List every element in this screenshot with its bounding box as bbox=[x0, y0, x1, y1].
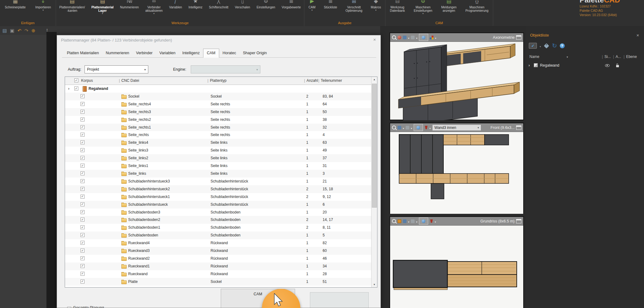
column-name[interactable]: Name bbox=[529, 55, 539, 59]
table-row-parent[interactable]: Regalwand bbox=[65, 85, 371, 93]
column-header-cnc-datei[interactable]: CNC Datei bbox=[121, 77, 139, 85]
ribbon-item-plattenmaterialien-kanten[interactable]: ▤Plattenmaterialien/ -kanten bbox=[58, 0, 86, 12]
ribbon-item-variablen[interactable]: ƒVariablen bbox=[168, 0, 183, 9]
column-header-teilenummer[interactable]: Teilenummer bbox=[321, 77, 342, 85]
ribbon-item-cam[interactable]: ▶CAM▾ bbox=[308, 0, 316, 11]
column-header-anzahl[interactable]: Anzahl bbox=[307, 77, 318, 85]
row-checkbox[interactable] bbox=[80, 110, 85, 114]
refresh-icon[interactable] bbox=[552, 42, 557, 49]
table-row[interactable]: Rueckwand4Rückwand182 bbox=[65, 239, 371, 247]
table-row[interactable]: Seite_rechts2Seite rechts138 bbox=[65, 116, 371, 124]
ribbon-item-intelligenz[interactable]: ★Intelligenz bbox=[188, 0, 203, 9]
auftrag-dropdown[interactable]: Projekt bbox=[85, 65, 148, 73]
ribbon-item-vorgabewerte[interactable]: ≣Vorgabewerte bbox=[281, 0, 302, 9]
table-row[interactable]: Seite_rechts1Seite rechts132 bbox=[65, 124, 371, 131]
chevron-down-icon[interactable] bbox=[435, 218, 436, 224]
shading-toggle-pressed[interactable] bbox=[419, 34, 428, 41]
table-row[interactable]: Seite_rechtsSeite rechts14 bbox=[65, 131, 371, 139]
row-checkbox[interactable] bbox=[80, 264, 85, 268]
visibility-eye-icon[interactable] bbox=[605, 64, 610, 67]
row-checkbox[interactable] bbox=[80, 241, 85, 245]
zoom-icon[interactable] bbox=[392, 125, 396, 130]
row-checkbox[interactable] bbox=[80, 117, 85, 121]
expander-icon[interactable] bbox=[529, 62, 530, 69]
maximize-icon[interactable] bbox=[516, 35, 521, 40]
chevron-down-icon[interactable] bbox=[416, 35, 417, 40]
zoom-icon[interactable] bbox=[392, 219, 396, 223]
ribbon-item-stückliste[interactable]: ≣Stückliste bbox=[323, 0, 338, 9]
row-checkbox[interactable] bbox=[80, 233, 85, 237]
display-option-icon[interactable] bbox=[411, 36, 415, 39]
row-checkbox[interactable] bbox=[80, 125, 85, 129]
table-row[interactable]: Seite_linksSeite links13 bbox=[65, 170, 371, 178]
lock-icon[interactable] bbox=[616, 65, 619, 67]
header-checkbox[interactable] bbox=[74, 78, 78, 82]
sort-icon[interactable] bbox=[567, 55, 568, 59]
secondary-button[interactable] bbox=[310, 292, 369, 308]
row-checkbox[interactable] bbox=[80, 279, 85, 284]
display-option-icon[interactable] bbox=[411, 219, 415, 223]
table-row-partial[interactable] bbox=[65, 286, 371, 287]
ribbon-item-einstellungen[interactable]: ⚙Einstellungen bbox=[256, 0, 276, 9]
table-row[interactable]: Schubladenhinterstueck2Schubladenhinters… bbox=[65, 185, 371, 193]
table-row[interactable]: SchubladenbodenSchubladenboden15 bbox=[65, 231, 371, 239]
row-checkbox[interactable] bbox=[80, 102, 85, 106]
front-elevation-render[interactable] bbox=[390, 132, 523, 214]
ribbon-item-verschalen[interactable]: ▯Verschalen bbox=[234, 0, 251, 9]
column-header-korpus[interactable]: Korpus bbox=[81, 77, 93, 85]
window-icon[interactable]: ▣ bbox=[10, 28, 14, 33]
ribbon-item-verbinder-aktualisieren[interactable]: ∞Verbinder aktualisieren▾ bbox=[144, 0, 163, 15]
column-sichtbar[interactable]: Si... bbox=[602, 55, 611, 59]
help-icon[interactable] bbox=[560, 43, 565, 48]
view-cube-icon[interactable] bbox=[403, 36, 407, 39]
wall-preset-dropdown[interactable]: Wand3 innen bbox=[432, 125, 481, 131]
table-row[interactable]: Seite_rechts3Seite rechts150 bbox=[65, 108, 371, 116]
tab-horatec[interactable]: Horatec bbox=[219, 49, 240, 57]
chevron-down-icon[interactable] bbox=[411, 125, 412, 130]
table-row[interactable]: Rueckwand1Rückwand134 bbox=[65, 262, 371, 270]
row-checkbox[interactable] bbox=[80, 218, 85, 222]
row-checkbox[interactable] bbox=[80, 202, 85, 206]
table-row[interactable]: Schubladenhinterstueck3Schubladenhinters… bbox=[65, 178, 371, 185]
ribbon-item-werkzeug-datenbank[interactable]: ⊟Werkzeug Datenbank bbox=[389, 0, 406, 12]
axonometric-render[interactable] bbox=[390, 42, 523, 120]
material-view-icon[interactable] bbox=[430, 36, 433, 39]
ribbon-item-importieren[interactable]: ⇓Importieren▾ bbox=[34, 0, 52, 11]
display-option-icon[interactable] bbox=[406, 126, 409, 130]
table-row[interactable]: RueckwandRückwand128 bbox=[65, 270, 371, 278]
row-checkbox[interactable] bbox=[80, 140, 85, 144]
ribbon-item-verschnitt-optimierung[interactable]: ⊞Verschnitt Optimierung bbox=[345, 0, 363, 12]
row-checkbox[interactable] bbox=[80, 171, 85, 175]
shading-toggle-pressed[interactable] bbox=[419, 218, 428, 225]
table-row[interactable]: Schubladenboden3Schubladenboden120 bbox=[65, 209, 371, 216]
gesamte-planung-checkbox[interactable] bbox=[67, 307, 71, 308]
undo-icon[interactable]: ↶ bbox=[17, 28, 21, 33]
tab-cam[interactable]: CAM bbox=[203, 49, 219, 58]
column-aktiv[interactable]: A... bbox=[613, 55, 621, 59]
row-checkbox[interactable] bbox=[74, 86, 78, 90]
row-checkbox[interactable] bbox=[80, 148, 85, 152]
table-row[interactable]: SockelSockel283, 84 bbox=[65, 93, 371, 100]
tab-variablen[interactable]: Variablen bbox=[156, 49, 179, 57]
scrollbar-thumb[interactable] bbox=[372, 84, 377, 208]
engine-dropdown[interactable] bbox=[191, 65, 260, 73]
table-row[interactable]: Schubladenboden1Schubladenboden28, 11 bbox=[65, 224, 371, 231]
chevron-down-icon[interactable] bbox=[416, 218, 417, 224]
maximize-icon[interactable] bbox=[516, 125, 521, 130]
scroll-up-icon[interactable] bbox=[372, 77, 377, 82]
floorplan-render[interactable] bbox=[390, 226, 523, 308]
row-checkbox[interactable] bbox=[80, 187, 85, 191]
shading-toggle-pressed[interactable] bbox=[414, 124, 423, 131]
tab-verbinder[interactable]: Verbinder bbox=[133, 49, 156, 57]
close-icon[interactable] bbox=[372, 37, 377, 42]
ribbon-item-maschinen-programmierung[interactable]: {}Maschinen Programmierung bbox=[464, 0, 489, 12]
row-checkbox[interactable] bbox=[80, 210, 85, 214]
grid-icon[interactable] bbox=[398, 219, 401, 223]
column-header-plattentyp[interactable]: Plattentyp bbox=[210, 77, 226, 85]
chevron-down-icon[interactable] bbox=[408, 218, 409, 224]
row-checkbox[interactable] bbox=[80, 156, 85, 160]
table-scrollbar[interactable] bbox=[371, 77, 377, 287]
render-style-icon[interactable] bbox=[424, 126, 428, 129]
row-checkbox[interactable] bbox=[80, 195, 85, 199]
ribbon-item-makros[interactable]: ◆Makros▾ bbox=[370, 0, 382, 11]
